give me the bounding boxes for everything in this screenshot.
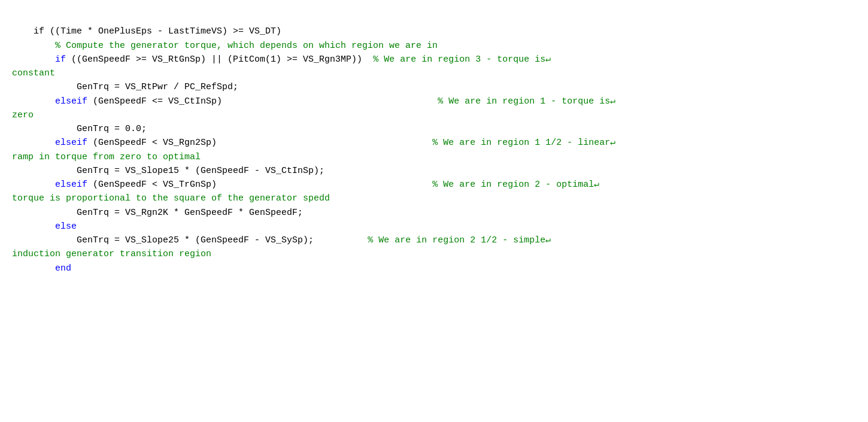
line6: GenTrq = 0.0; xyxy=(12,124,147,134)
line5: elseif (GenSpeedF <= VS_CtInSp) % We are… xyxy=(12,96,615,107)
code-block: if ((Time * OnePlusEps - LastTimeVS) >= … xyxy=(12,11,856,275)
line11: else xyxy=(12,221,77,232)
line7b: ramp in torque from zero to optimal xyxy=(12,152,201,162)
line12b: induction generator transition region xyxy=(12,249,211,259)
keyword-token: elseif xyxy=(55,96,87,107)
line8: GenTrq = VS_Slope15 * (GenSpeedF - VS_Ct… xyxy=(12,166,324,176)
code-token: (GenSpeedF < VS_Rgn2Sp) xyxy=(87,138,432,148)
keyword-token: end xyxy=(55,263,71,274)
code-token: ((GenSpeedF >= VS_RtGnSp) || (PitCom(1) … xyxy=(66,54,373,65)
line9b: torque is proportional to the square of … xyxy=(12,193,330,204)
line10: GenTrq = VS_Rgn2K * GenSpeedF * GenSpeed… xyxy=(12,208,303,218)
line5b: zero xyxy=(12,110,34,120)
line3b: constant xyxy=(12,68,55,78)
wrap-comment-token: ramp in torque from zero to optimal xyxy=(12,152,201,162)
line3: if ((GenSpeedF >= VS_RtGnSp) || (PitCom(… xyxy=(12,54,551,65)
line12: GenTrq = VS_Slope25 * (GenSpeedF - VS_Sy… xyxy=(12,235,551,245)
line7: elseif (GenSpeedF < VS_Rgn2Sp) % We are … xyxy=(12,138,615,148)
wrap-comment-token: induction generator transition region xyxy=(12,249,211,259)
code-token: GenTrq = 0.0; xyxy=(77,124,147,134)
keyword-token: elseif xyxy=(55,138,87,148)
line1: if ((Time * OnePlusEps - LastTimeVS) >= … xyxy=(12,26,281,37)
line2: % Compute the generator torque, which de… xyxy=(12,41,438,51)
keyword-token: if xyxy=(55,54,66,65)
code-token: GenTrq = VS_Rgn2K * GenSpeedF * GenSpeed… xyxy=(77,208,303,218)
comment-token: % We are in region 1 1/2 - linear↵ xyxy=(432,138,615,148)
keyword-token: else xyxy=(55,221,77,232)
wrap-comment-token: torque is proportional to the square of … xyxy=(12,193,330,204)
comment-token: % We are in region 1 - torque is↵ xyxy=(438,96,615,107)
keyword-token: elseif xyxy=(55,180,87,190)
line13: end xyxy=(12,263,71,274)
code-token: (GenSpeedF < VS_TrGnSp) xyxy=(87,180,432,190)
code-token: GenTrq = VS_Slope25 * (GenSpeedF - VS_Sy… xyxy=(77,235,368,245)
line9: elseif (GenSpeedF < VS_TrGnSp) % We are … xyxy=(12,180,599,190)
code-token: if ((Time * OnePlusEps - LastTimeVS) >= … xyxy=(34,26,281,37)
code-token: GenTrq = VS_RtPwr / PC_RefSpd; xyxy=(77,82,238,92)
wrap-comment-token: zero xyxy=(12,110,34,120)
comment-token: % Compute the generator torque, which de… xyxy=(55,41,438,51)
comment-token: % We are in region 2 - optimal↵ xyxy=(432,180,599,190)
code-token: GenTrq = VS_Slope15 * (GenSpeedF - VS_Ct… xyxy=(77,166,324,176)
line4: GenTrq = VS_RtPwr / PC_RefSpd; xyxy=(12,82,238,92)
code-token: (GenSpeedF <= VS_CtInSp) xyxy=(87,96,438,107)
comment-token: % We are in region 2 1/2 - simple↵ xyxy=(368,235,551,245)
wrap-comment-token: constant xyxy=(12,68,55,78)
comment-token: % We are in region 3 - torque is↵ xyxy=(373,54,551,65)
